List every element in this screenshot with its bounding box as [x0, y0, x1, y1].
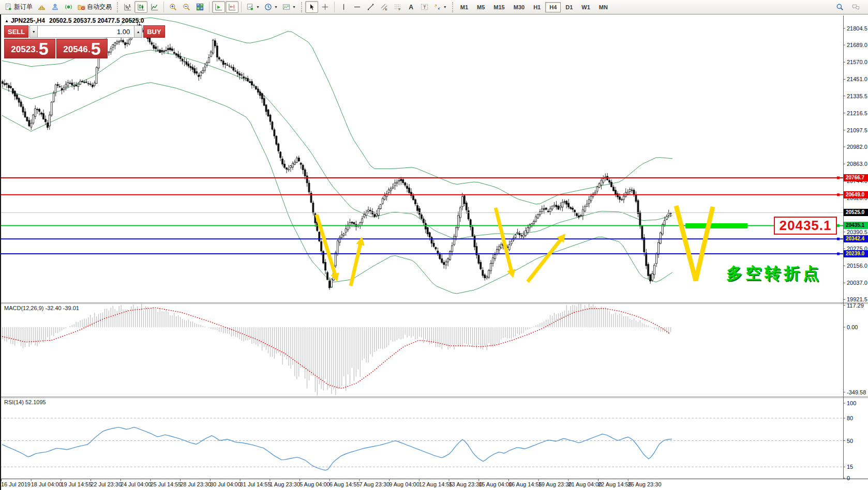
zoom-in-icon [169, 3, 177, 11]
signals-button[interactable] [62, 1, 75, 13]
chat-icon [852, 3, 860, 11]
svg-text:T: T [423, 5, 426, 10]
text-label-icon: T [421, 3, 428, 11]
new-chart-button[interactable]: ▼ [244, 1, 262, 13]
arrow-head-1[interactable] [356, 237, 365, 246]
sell-price-main: 20523 [11, 42, 35, 57]
arrow-shaft-1[interactable] [351, 244, 361, 286]
search-icon [836, 3, 844, 11]
zoom-in-button[interactable] [167, 1, 179, 13]
chart-shift-button[interactable] [226, 1, 238, 13]
toolbar-separator [241, 2, 242, 12]
auto-scroll-icon [215, 3, 222, 11]
timeframe-m1-button[interactable]: M1 [456, 2, 472, 12]
one-click-trading-panel: SELL ▼ ▲ BUY 20523.5 20546.5 [4, 25, 108, 58]
line-chart-icon [151, 3, 158, 11]
sell-price-pips: 5 [39, 40, 49, 57]
autotrading-button[interactable]: 自动交易 [76, 1, 114, 13]
community-button[interactable] [49, 1, 62, 13]
toolbar-separator [209, 2, 209, 12]
toolbar-separator [163, 2, 164, 12]
window-left-border [0, 14, 1, 490]
v-pattern[interactable] [676, 206, 713, 281]
auto-scroll-button[interactable] [212, 1, 225, 13]
search-button[interactable] [833, 1, 846, 13]
candlestick-chart-button[interactable] [134, 1, 147, 13]
new-order-button[interactable]: 新订单 [3, 1, 35, 13]
tile-windows-button[interactable] [193, 1, 206, 13]
new-order-button-label: 新订单 [14, 3, 33, 11]
toolbar-grip [452, 2, 453, 12]
sell-price-dot: . [36, 42, 38, 57]
symbol-title: JPN225-,H4 [11, 17, 45, 24]
fibonacci-button[interactable]: F [391, 1, 404, 13]
lot-increase-button[interactable]: ▲ [134, 25, 142, 38]
chat-button[interactable] [849, 1, 862, 13]
vertical-line-button[interactable] [337, 1, 350, 13]
templates-button[interactable]: ▼ [280, 1, 298, 13]
lot-input[interactable] [38, 25, 134, 38]
cursor-button[interactable] [305, 1, 318, 13]
candles-layer [2, 22, 672, 290]
arrow-shaft-3[interactable] [528, 239, 561, 282]
timeframe-m5-button[interactable]: M5 [473, 2, 489, 12]
sell-button[interactable]: SELL [4, 25, 28, 38]
buy-price-dot: . [88, 42, 91, 57]
toolbar-right-group [833, 1, 865, 13]
trendline-icon [367, 3, 375, 11]
timeframe-h4-button[interactable]: H4 [545, 2, 561, 12]
horizontal-line-button[interactable] [351, 1, 364, 13]
equidistant-channel-button[interactable]: E [378, 1, 391, 13]
chart-title-bar: ▲JPN225-,H420502.5 20537.5 20477.5 20525… [5, 17, 144, 24]
crosshair-button[interactable] [319, 1, 332, 13]
buy-price-main: 20546 [63, 42, 87, 57]
timeframe-h1-button[interactable]: H1 [529, 2, 545, 12]
dropdown-caret-icon: ▼ [292, 5, 296, 9]
lot-decrease-button[interactable]: ▼ [29, 25, 38, 38]
chart-canvas[interactable] [0, 0, 868, 490]
new-order-icon [5, 3, 12, 11]
toolbar-grip [301, 2, 302, 12]
buy-price-pips: 5 [91, 40, 101, 57]
svg-text:A: A [409, 4, 413, 11]
signals-icon [65, 3, 72, 11]
fibo-icon: F [394, 3, 401, 11]
text-label-button[interactable]: T [418, 1, 431, 13]
yellow-arrows[interactable] [317, 208, 565, 286]
hline-icon [353, 3, 361, 11]
toolbar-separator [334, 2, 335, 12]
timeframe-m30-button[interactable]: M30 [510, 2, 529, 12]
timeframe-d1-button[interactable]: D1 [561, 2, 577, 12]
dropdown-caret-icon: ▼ [274, 5, 278, 9]
community-icon [51, 3, 59, 11]
timeframe-mn-button[interactable]: MN [595, 2, 612, 12]
arrows-objects-button[interactable]: ▼ [431, 1, 449, 13]
zoom-out-button[interactable] [180, 1, 193, 13]
periods-icon [264, 3, 272, 11]
cursor-icon [308, 3, 316, 11]
panel-collapse-toggle[interactable]: ▲ [5, 19, 9, 23]
dropdown-caret-icon: ▼ [256, 5, 260, 9]
text-button[interactable]: A [405, 1, 417, 13]
crosshair-icon [321, 3, 329, 11]
arrow-head-2[interactable] [507, 269, 516, 278]
text-icon: A [407, 3, 415, 11]
lot-spinner: ▼ ▲ [29, 25, 142, 38]
bar-chart-button[interactable] [121, 1, 134, 13]
line-chart-button[interactable] [148, 1, 161, 13]
buy-price-button[interactable]: 20546.5 [56, 39, 108, 58]
periods-button[interactable]: ▼ [262, 1, 280, 13]
gold-bars-button[interactable] [35, 1, 48, 13]
autotrading-icon [78, 3, 85, 11]
timeframe-w1-button[interactable]: W1 [577, 2, 594, 12]
price-annotation-box[interactable]: 20435.1 [774, 217, 837, 235]
channel-icon: E [380, 3, 388, 11]
autotrading-button-label: 自动交易 [87, 3, 112, 11]
timeframe-m15-button[interactable]: M15 [489, 2, 508, 12]
support-highlight-bar[interactable] [685, 223, 747, 228]
trendline-button[interactable] [364, 1, 377, 13]
new-chart-icon [246, 3, 254, 11]
buy-button[interactable]: BUY [143, 25, 164, 38]
sell-price-button[interactable]: 20523.5 [4, 39, 55, 58]
turning-point-label[interactable]: 多空转折点 [726, 263, 822, 284]
